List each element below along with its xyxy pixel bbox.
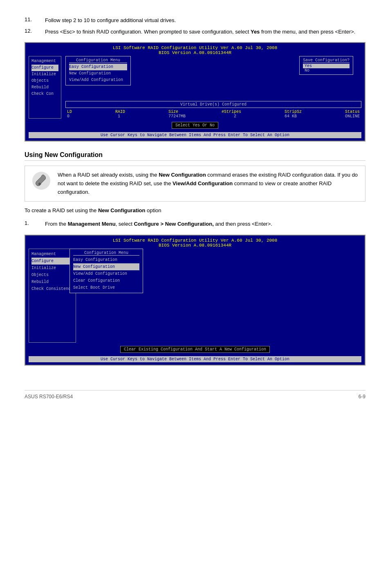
- section-heading: Using New Configuration: [25, 151, 365, 161]
- step-11-num: 11.: [25, 16, 45, 25]
- config-menu-title-1: Configuration Menu: [69, 58, 127, 63]
- vd-data-row: 0 1 77247MB 2 64 KB ONLINE: [65, 114, 361, 119]
- step-1-text: From the Management Menu, select Configu…: [45, 220, 272, 228]
- vd-col-ld: LD: [67, 110, 72, 114]
- bios2-sidebar-management: Management: [31, 251, 73, 258]
- bios2-sidebar: Management Configure Initialize Objects …: [29, 249, 76, 343]
- page-footer: ASUS RS700-E6/RS4 6-9: [25, 390, 365, 399]
- menu-easy-config: Easy Configuration: [69, 64, 127, 70]
- bios-screen-1: LSI Software RAID Configuration Utility …: [25, 42, 365, 141]
- menu2-clear-config: Clear Configuration: [73, 277, 139, 284]
- config-menu-1: Configuration Menu Easy Configuration Ne…: [65, 56, 131, 85]
- sidebar-rebuild: Rebuild: [31, 84, 58, 91]
- step-11: 11. Follow step 2 to 10 to configure add…: [25, 16, 365, 25]
- footer-right: 6-9: [359, 394, 365, 399]
- vd-data-ld: 0: [67, 114, 69, 119]
- menu2-new-config: New Configuration: [73, 263, 139, 270]
- vd-col-stripes: #Stripes: [222, 110, 241, 114]
- vd-data-size: 77247MB: [168, 114, 186, 119]
- bios2-sidebar-rebuild: Rebuild: [31, 278, 73, 285]
- note-box: When a RAID set already exists, using th…: [25, 166, 365, 202]
- config-menu2-title: Configuration Menu: [73, 251, 139, 256]
- sidebar-initialize: Initialize: [31, 71, 58, 78]
- note-icon: [31, 171, 51, 194]
- save-yes: Yes: [303, 64, 350, 68]
- step-12: 12. Press <Esc> to finish RAID configura…: [25, 28, 365, 36]
- menu2-easy-config: Easy Configuration: [73, 256, 139, 263]
- bios2-sidebar-checkconsistency: Check Consistency: [31, 285, 73, 292]
- vd-col-status: Status: [345, 110, 360, 114]
- config-menu-2: Configuration Menu Easy Configuration Ne…: [69, 249, 143, 293]
- step-11-text: Follow step 2 to 10 to configure additio…: [45, 16, 176, 25]
- bios2-body: Management Configure Initialize Objects …: [29, 249, 361, 343]
- sidebar-configure: Configure: [31, 65, 58, 71]
- step-1-num: 1.: [25, 220, 45, 228]
- save-config-title: Save Configuration?: [303, 58, 350, 63]
- bios-main-1: Configuration Menu Easy Configuration Ne…: [61, 56, 361, 119]
- save-config-box: Save Configuration? Yes No: [299, 56, 353, 75]
- bios2-footer: Use Cursor Keys to Navigate Between Item…: [29, 356, 361, 362]
- top-steps-list: 11. Follow step 2 to 10 to configure add…: [25, 16, 365, 36]
- bios2-sidebar-initialize: Initialize: [31, 265, 73, 272]
- sidebar-objects: Objects: [31, 78, 58, 84]
- vd-data-raid: 1: [118, 114, 120, 119]
- step-1: 1. From the Management Menu, select Conf…: [25, 220, 365, 228]
- step-12-text: Press <Esc> to finish RAID configuration…: [45, 28, 355, 36]
- intro-text: To create a RAID set using the New Confi…: [25, 206, 365, 215]
- bios1-select-bar: Select Yes Or No: [172, 122, 218, 129]
- menu-view-config: View/Add Configuration: [69, 77, 127, 83]
- menu2-select-boot: Select Boot Drive: [73, 284, 139, 291]
- footer-left: ASUS RS700-E6/RS4: [25, 394, 73, 399]
- menu2-view-config: View/Add Configuration: [73, 270, 139, 277]
- vd-data-status: ONLINE: [345, 114, 360, 119]
- bios1-footer: Use Cursor Keys to Navigate Between Item…: [29, 132, 361, 138]
- bios-title-1: LSI Software RAID Configuration Utility …: [29, 45, 361, 55]
- wrench-icon: [31, 171, 51, 191]
- bios2-sidebar-objects: Objects: [31, 272, 73, 278]
- vd-title: Virtual Drive(s) Configured: [65, 101, 361, 108]
- vd-data-stripsz: 64 KB: [285, 114, 297, 119]
- vd-col-size: Size: [168, 110, 178, 114]
- bios-sidebar-1: Management Configure Initialize Objects …: [29, 56, 61, 119]
- note-text: When a RAID set already exists, using th…: [58, 171, 359, 196]
- vd-col-raid: RAID: [115, 110, 125, 114]
- bottom-steps-list: 1. From the Management Menu, select Conf…: [25, 220, 365, 228]
- vd-data-stripes: 2: [234, 114, 236, 119]
- bios2-sidebar-configure: Configure: [31, 258, 73, 265]
- menu-new-config: New Configuration: [69, 70, 127, 77]
- bios2-select-bar: Clear Existing Configuration And Start A…: [120, 346, 270, 353]
- step-12-num: 12.: [25, 28, 45, 36]
- bios-body-1: Management Configure Initialize Objects …: [29, 56, 361, 119]
- sidebar-checkcon: Check Con: [31, 91, 58, 97]
- bios2-title: LSI Software RAID Configuration Utility …: [29, 238, 361, 248]
- vd-header-row: LD RAID Size #Stripes StripSz Status: [65, 110, 361, 114]
- sidebar-management: Management: [31, 58, 58, 65]
- virtual-drives: Virtual Drive(s) Configured LD RAID Size…: [65, 101, 361, 119]
- vd-col-stripsz: StripSz: [285, 110, 302, 114]
- save-no: No: [303, 68, 350, 73]
- bios-screen-2: LSI Software RAID Configuration Utility …: [25, 235, 365, 366]
